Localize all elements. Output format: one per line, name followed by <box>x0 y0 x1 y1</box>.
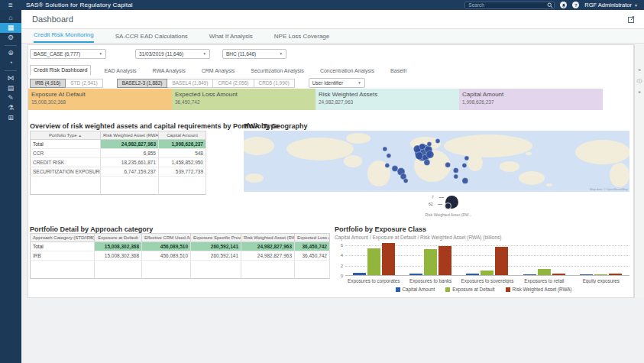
bar-risk-weighted-asset-rwa[interactable] <box>495 247 508 275</box>
search-icon[interactable] <box>547 2 553 8</box>
user-identifier-select[interactable]: User Identifier▼ <box>309 78 365 88</box>
legend-item-risk-weighted-asset-rwa[interactable]: Risk Weighted Asset (RWA) <box>506 287 572 292</box>
rwa-bubble[interactable] <box>427 142 432 147</box>
tab-npe-loss-coverage[interactable]: NPE Loss Coverage <box>274 33 329 43</box>
tab-sa-ccr-ead-calculations[interactable]: SA-CCR EAD Calculations <box>115 33 188 43</box>
bar-capital-amount[interactable] <box>523 274 536 275</box>
bar-exposure-at-default[interactable] <box>424 249 437 275</box>
rwa-geography-map[interactable]: Map data © OpenStreetMap <box>244 131 629 192</box>
rwa-bubble[interactable] <box>424 160 430 166</box>
tab-rwa-analysis[interactable]: RWA Analysis <box>149 66 188 76</box>
column-header[interactable]: Exposure at Default <box>95 234 142 242</box>
rwa-bubble[interactable] <box>385 164 390 168</box>
column-header[interactable]: Risk Weighted Asset (RWA) <box>241 234 295 242</box>
toggle-crd5-1-990[interactable]: CRD5 (1,990) <box>254 79 295 88</box>
filter-select-3[interactable]: BHC (11,646)▼ <box>222 49 286 59</box>
table-row[interactable]: CREDIT RISK18,235,661,8711,458,852,950 <box>31 158 206 167</box>
rwa-bubble[interactable] <box>462 164 467 168</box>
application-window: ≡ SAS® Solution for Regulatory Capital ?… <box>0 0 644 363</box>
hierarchy-icon[interactable]: ⊞ <box>0 113 21 123</box>
search-input[interactable] <box>464 2 555 9</box>
rwa-bubble[interactable] <box>419 144 426 150</box>
column-header[interactable]: Approach Category (STD/IRB)▲ <box>31 234 95 242</box>
empty-cell <box>101 186 159 195</box>
rwa-bubble[interactable] <box>454 174 458 179</box>
legend-item-capital-amount[interactable]: Capital Amount <box>396 287 435 292</box>
bar-exposure-at-default[interactable] <box>367 248 380 275</box>
bar-exposure-at-default[interactable] <box>594 274 607 275</box>
web-icon[interactable]: ⊕ <box>0 48 21 58</box>
table-cell: 1,458,852,950 <box>159 158 206 167</box>
bar-exposure-at-default[interactable] <box>481 271 494 275</box>
rwa-bubble[interactable] <box>435 139 440 144</box>
category-label: Exposures to banks <box>402 278 458 284</box>
rwa-bubble[interactable] <box>453 168 458 173</box>
toggle-basel4-1-849[interactable]: BASEL4 (1,849) <box>167 79 213 88</box>
column-header[interactable]: Capital Amount <box>159 131 206 140</box>
table-row[interactable]: Total24,982,827,9631,998,626,237 <box>31 140 206 149</box>
table-row[interactable]: CCR6,855548 <box>31 149 206 158</box>
bar-capital-amount[interactable] <box>353 273 366 275</box>
notifications-icon[interactable] <box>560 2 567 8</box>
toggle-std-2-941[interactable]: STD (2,941) <box>66 79 102 88</box>
bar-risk-weighted-asset-rwa[interactable] <box>382 243 395 275</box>
bar-risk-weighted-asset-rwa[interactable] <box>609 274 622 275</box>
bar-exposure-at-default[interactable] <box>538 269 551 275</box>
comments-icon[interactable]: ❝ <box>638 90 641 96</box>
column-header[interactable]: Effective CRM Used Amount <box>142 234 191 242</box>
column-header[interactable]: Risk Weighted Asset (RWA) <box>101 131 159 140</box>
toggle-basel2-3-1-882[interactable]: BASEL2-3 (1,882) <box>117 79 168 88</box>
help-icon[interactable]: ? <box>572 2 579 8</box>
column-header[interactable]: Portfolio Type▲ <box>31 131 101 140</box>
lab-icon[interactable]: ⚗ <box>0 103 21 113</box>
bar-capital-amount[interactable] <box>409 274 422 275</box>
table-row[interactable]: SECURITIZATION EXPOSURES6,747,159,237539… <box>31 167 206 177</box>
workflow-icon[interactable]: ⋈ <box>0 73 21 83</box>
rwa-bubble[interactable] <box>464 156 469 160</box>
rwa-bubble[interactable] <box>383 147 387 151</box>
table-row[interactable]: Total15,008,302,368456,089,510260,592,14… <box>31 242 330 251</box>
legend-item-exposure-at-default[interactable]: Exposure at Default <box>445 287 494 292</box>
sidebar-divider <box>5 45 17 46</box>
rwa-bubble[interactable] <box>426 151 434 158</box>
tab-ead-analysis[interactable]: EAD Analysis <box>101 66 139 76</box>
dashboard-icon[interactable]: ▦ <box>0 23 21 33</box>
bar-risk-weighted-asset-rwa[interactable] <box>552 274 565 275</box>
info-icon[interactable]: ⓘ <box>637 78 642 85</box>
tab-securitization-analysis[interactable]: Securitization Analysis <box>248 66 307 76</box>
tab-what-if-analysis[interactable]: What If Analysis <box>209 33 253 43</box>
rwa-bubble[interactable] <box>403 179 408 183</box>
table-row[interactable]: IRB15,008,302,368456,089,510260,592,1412… <box>31 251 330 261</box>
bar-risk-weighted-asset-rwa[interactable] <box>439 246 451 275</box>
tab-credit-risk-dashboard[interactable]: Credit Risk Dashboard <box>30 65 91 76</box>
rwa-bubble[interactable] <box>445 162 451 167</box>
rwa-bubble[interactable] <box>387 154 391 158</box>
column-header[interactable]: Expected Loss Amount <box>295 234 330 242</box>
tab-baselii[interactable]: BaselII <box>387 66 409 76</box>
filter-select-2[interactable]: 31/03/2019 (11,646)▼ <box>135 49 210 59</box>
rwa-bubble[interactable] <box>462 178 468 184</box>
table-cell: 15,008,302,368 <box>95 251 142 261</box>
tab-crm-analysis[interactable]: CRM Analysis <box>199 66 238 76</box>
world-map <box>244 131 629 192</box>
toggle-crd4-2-056[interactable]: CRD4 (2,056) <box>213 79 254 88</box>
edit-icon[interactable]: ✎ <box>0 93 21 103</box>
bar-capital-amount[interactable] <box>580 274 593 275</box>
rwa-bubble[interactable] <box>392 166 398 172</box>
user-menu[interactable]: RGF Administrator ▼ <box>584 2 638 8</box>
collapse-panel-icon[interactable]: « <box>638 67 641 73</box>
settings-icon[interactable]: ⚙ <box>0 33 21 43</box>
tab-credit-risk-monitoring[interactable]: Credit Risk Monitoring <box>34 31 94 43</box>
rwa-bubble[interactable] <box>416 152 423 160</box>
bar-capital-amount[interactable] <box>466 274 479 275</box>
reports-icon[interactable]: ◔ <box>0 58 21 68</box>
toggle-irb-4-916[interactable]: IRB (4,916) <box>30 79 66 88</box>
tab-concentration-analysis[interactable]: Concentration Analysis <box>317 66 377 76</box>
filter-select-1[interactable]: BASE_CASE (6,777)▼ <box>30 49 106 59</box>
legend-swatch <box>396 287 400 292</box>
export-icon[interactable] <box>628 16 635 23</box>
home-icon[interactable]: ⌂ <box>0 13 21 23</box>
menu-icon[interactable]: ≡ <box>0 0 21 10</box>
column-header[interactable]: Exposure Specific Provisions <box>191 234 241 242</box>
projects-icon[interactable]: ▤ <box>0 83 21 93</box>
